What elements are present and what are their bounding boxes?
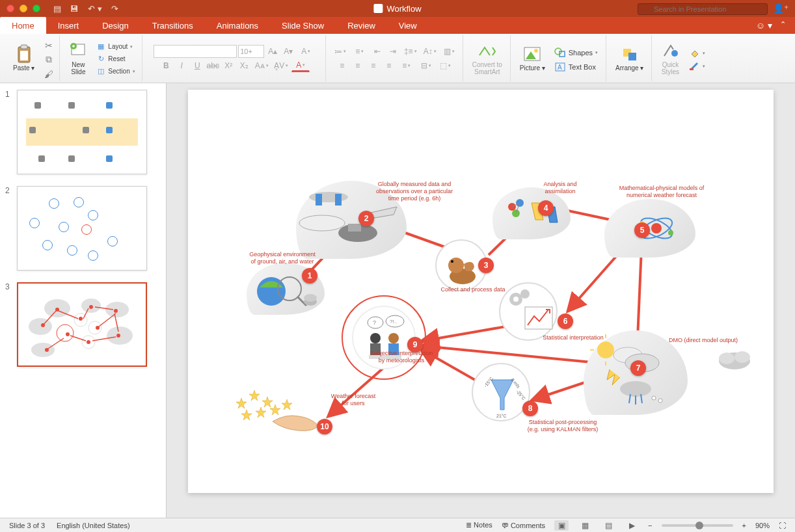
arrange-label: Arrange — [615, 64, 639, 72]
indent-button[interactable]: ⇥ — [386, 45, 400, 58]
shapes-button[interactable]: Shapes▾ — [550, 46, 602, 59]
change-case-button[interactable]: Aᴀ — [252, 59, 271, 72]
fit-to-window-button[interactable]: ⛶ — [779, 522, 786, 529]
thumbnail-1[interactable]: 1 — [5, 90, 161, 174]
svg-text:?!..: ?!.. — [390, 319, 397, 325]
svg-point-33 — [87, 340, 90, 344]
collapse-ribbon-icon[interactable]: ⌃ — [780, 20, 786, 31]
minimize-window[interactable] — [20, 5, 27, 12]
cut-icon[interactable]: ✂︎ — [42, 40, 55, 51]
tab-home[interactable]: Home — [0, 17, 46, 34]
convert-smartart-button[interactable]: Convert to SmartArt — [468, 39, 506, 78]
sorter-view-button[interactable]: ▦ — [578, 520, 592, 531]
node-1-badge: 1 — [302, 268, 317, 284]
share-icon[interactable]: 👤⁺ — [773, 3, 788, 14]
justify-button[interactable]: ≡ — [382, 59, 396, 72]
grow-font-button[interactable]: A▴ — [265, 45, 280, 58]
thumb-num: 3 — [5, 282, 12, 367]
align-text-button[interactable]: ⊟ — [417, 59, 435, 72]
zoom-level[interactable]: 90% — [755, 522, 770, 529]
paste-button[interactable]: Paste ▾ — [9, 42, 38, 74]
zoom-out-button[interactable]: − — [648, 522, 652, 529]
feedback-icon[interactable]: ☺ ▾ — [756, 20, 772, 31]
layout-button[interactable]: ▦Layout ▾ — [94, 41, 137, 53]
tab-view[interactable]: View — [387, 17, 429, 34]
picture-button[interactable]: Picture ▾ — [516, 42, 549, 74]
quick-styles-button[interactable]: Quick Styles — [657, 39, 683, 78]
tab-slideshow[interactable]: Slide Show — [270, 17, 336, 34]
tab-animations[interactable]: Animations — [205, 17, 270, 34]
underline-button[interactable]: U — [190, 59, 204, 72]
tab-design[interactable]: Design — [90, 17, 140, 34]
smartart-icon — [478, 42, 496, 60]
textbox-button[interactable]: A Text Box — [550, 60, 602, 73]
node-6-label: Statistical interpretation — [521, 334, 625, 341]
svg-text:A: A — [558, 64, 562, 71]
language-indicator[interactable]: English (United States) — [57, 522, 130, 529]
shape-fill-button[interactable]: ▾ — [686, 47, 709, 59]
font-family-select[interactable] — [154, 45, 237, 58]
node-2-badge: 2 — [358, 211, 374, 226]
paragraph-group: ≔ ≡ ⇤ ⇥ ‡≡ A↕ ▥ ≡ ≡ ≡ ≡ ≡ ⊟ ⬚ — [327, 35, 463, 81]
align-right-button[interactable]: ≡ — [366, 59, 381, 72]
new-slide-label: New Slide — [71, 61, 85, 75]
slide-canvas-area[interactable]: -15°C8 m/s-25°C21°C ??!.. Geophysical en… — [167, 83, 795, 518]
numbering-button[interactable]: ≡ — [351, 45, 369, 58]
font-size-select[interactable] — [238, 45, 264, 58]
slide[interactable]: -15°C8 m/s-25°C21°C ??!.. Geophysical en… — [188, 90, 774, 493]
normal-view-button[interactable]: ▣ — [554, 520, 569, 531]
strike-button[interactable]: abc — [206, 59, 220, 72]
reset-button[interactable]: ↻Reset — [94, 53, 137, 65]
zoom-in-button[interactable]: + — [742, 522, 746, 529]
section-button[interactable]: ◫Section ▾ — [94, 66, 137, 77]
title-text: Workflow — [386, 4, 421, 14]
search-input[interactable] — [638, 3, 768, 15]
node-5-shape — [604, 199, 695, 258]
text-direction-button[interactable]: A↕ — [421, 45, 439, 58]
columns-button[interactable]: ▥ — [440, 45, 459, 58]
shrink-font-button[interactable]: A▾ — [281, 45, 295, 58]
shape-outline-button[interactable]: ▾ — [686, 60, 709, 72]
tab-review[interactable]: Review — [336, 17, 387, 34]
format-painter-icon[interactable]: 🖌︎ — [42, 68, 55, 80]
file-icon[interactable]: ▤ — [53, 4, 61, 14]
svg-point-29 — [89, 305, 93, 309]
distribute-button[interactable]: ≡ — [398, 59, 416, 72]
tab-transitions[interactable]: Transitions — [141, 17, 205, 34]
comments-toggle[interactable]: 💬︎ Comments — [502, 522, 545, 529]
save-icon[interactable]: 💾︎ — [70, 4, 79, 14]
close-window[interactable] — [7, 5, 14, 12]
reading-view-button[interactable]: ▤ — [601, 520, 615, 531]
subscript-button[interactable]: X₂ — [237, 59, 251, 72]
slideshow-view-button[interactable]: ▶ — [625, 520, 639, 531]
zoom-slider[interactable] — [662, 524, 733, 527]
superscript-button[interactable]: X² — [221, 59, 236, 72]
align-left-button[interactable]: ≡ — [335, 59, 349, 72]
thumbnail-2[interactable]: 2 — [5, 186, 161, 271]
thumbnail-3[interactable]: 3 — [5, 282, 161, 367]
window-title: Workflow — [373, 4, 421, 14]
align-center-button[interactable]: ≡ — [351, 59, 365, 72]
char-spacing-button[interactable]: A͇V — [272, 59, 290, 72]
redo-icon[interactable]: ↷ — [111, 4, 118, 14]
tab-insert[interactable]: Insert — [46, 17, 91, 34]
arrange-button[interactable]: Arrange ▾ — [612, 42, 647, 74]
line-spacing-button[interactable]: ‡≡ — [401, 45, 420, 58]
node-8-badge: 8 — [522, 401, 538, 416]
new-slide-button[interactable]: New Slide — [65, 39, 91, 78]
outdent-button[interactable]: ⇤ — [370, 45, 384, 58]
svg-point-72 — [513, 297, 519, 302]
list-level-button[interactable]: ⬚ — [437, 59, 455, 72]
bold-button[interactable]: B — [159, 59, 173, 72]
copy-icon[interactable]: ⧉ — [42, 54, 55, 66]
zoom-window[interactable] — [33, 5, 40, 12]
svg-rect-2 — [20, 51, 28, 60]
svg-point-14 — [671, 50, 678, 57]
font-color-button[interactable]: A — [291, 59, 310, 72]
notes-toggle[interactable]: ≣ Notes — [466, 521, 492, 529]
italic-button[interactable]: I — [174, 59, 189, 72]
svg-point-31 — [96, 326, 100, 330]
undo-icon[interactable]: ↶ ▾ — [88, 4, 102, 14]
bullets-button[interactable]: ≔ — [331, 45, 349, 58]
clear-format-button[interactable]: A — [297, 45, 315, 58]
